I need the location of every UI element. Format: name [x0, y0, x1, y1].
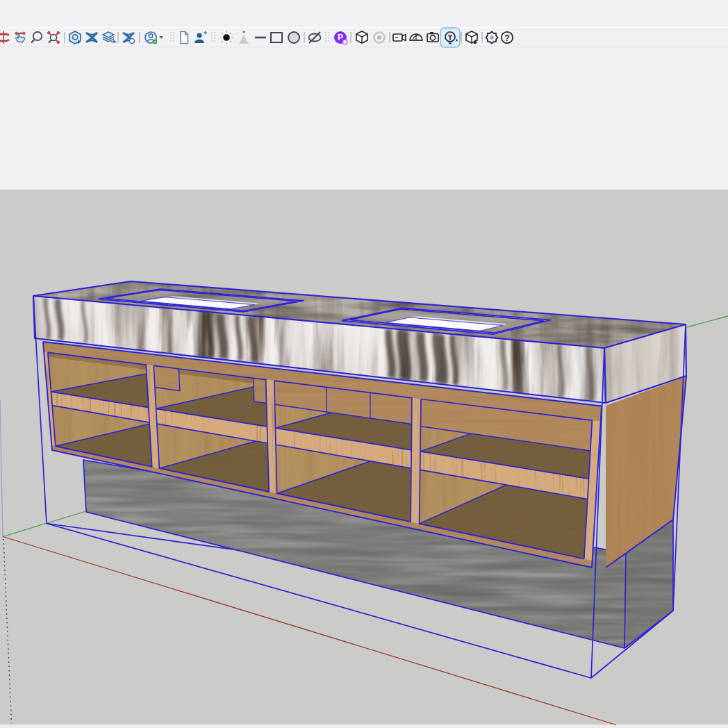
svg-text:P: P: [338, 33, 343, 42]
svg-text:?: ?: [504, 33, 509, 43]
